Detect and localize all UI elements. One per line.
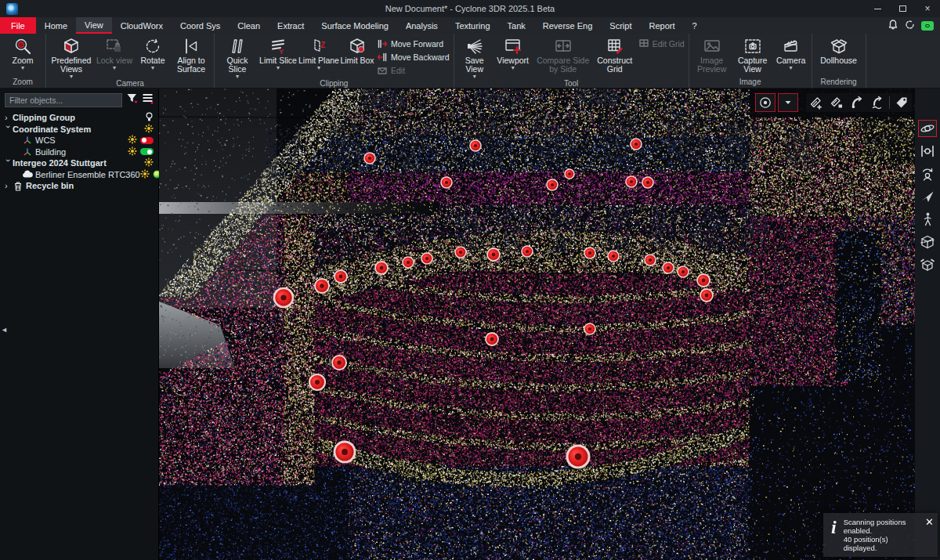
move-forward-button[interactable]: Move Forward <box>377 37 450 50</box>
chevron-down-icon: ▾ <box>512 65 515 70</box>
home-view-button[interactable] <box>918 256 937 273</box>
tab-analysis[interactable]: Analysis <box>397 17 446 34</box>
quick-slice-button[interactable]: Quick Slice ▾ <box>217 34 258 79</box>
chevron-expanded-icon[interactable]: › <box>5 159 13 167</box>
filter-objects-input[interactable] <box>5 93 122 107</box>
tree-item-label: Coordinate System <box>13 125 91 134</box>
camera-button[interactable]: Camera ▾ <box>773 34 809 70</box>
close-button[interactable]: × <box>915 0 940 17</box>
align-to-surface-button[interactable]: Align to Surface <box>171 34 212 74</box>
sun-visibility-icon[interactable] <box>144 124 154 135</box>
save-view-button[interactable]: Save View ▾ <box>457 34 493 79</box>
camera-clapper-icon <box>782 36 801 56</box>
sun-visibility-icon[interactable] <box>128 146 137 157</box>
constrained-orbit-button[interactable] <box>918 143 937 160</box>
sun-visibility-icon[interactable] <box>128 135 137 146</box>
tree-item-label: Recycle bin <box>26 181 74 190</box>
ribbon-group-image: Image Preview Capture View Camera ▾ Imag… <box>689 34 812 88</box>
object-tree: › Clipping Group › Coordinate System WCS <box>0 110 158 192</box>
point-cloud-canvas[interactable] <box>159 89 915 560</box>
limit-plane-button[interactable]: Z Limit Plane ▾ <box>298 34 339 70</box>
tag-label-icon[interactable] <box>891 93 912 112</box>
notification-close-icon[interactable]: ✕ <box>925 518 934 552</box>
measure-add-icon[interactable] <box>806 93 826 112</box>
tab-home[interactable]: Home <box>36 17 76 34</box>
tree-item-wcs[interactable]: WCS <box>0 135 158 146</box>
tree-item-intergeo-2024-stuttgart[interactable]: › Intergeo 2024 Stuttgart <box>0 157 158 169</box>
tab-reverse-eng[interactable]: Reverse Eng <box>534 17 602 34</box>
tree-item-berliner-ensemble-rtc360[interactable]: Berliner Ensemble RTC360 <box>0 169 158 181</box>
limit-slice-button[interactable]: Y Limit Slice ▾ <box>258 34 298 70</box>
dollhouse-label: Dollhouse <box>820 56 857 65</box>
rotate-icon <box>143 36 162 56</box>
rotate-button[interactable]: Rotate ▾ <box>135 34 171 70</box>
fly-mode-button[interactable] <box>918 188 937 205</box>
tab-clean[interactable]: Clean <box>229 17 269 34</box>
sync-status-icon[interactable] <box>905 19 915 33</box>
tab-file[interactable]: File <box>0 17 36 34</box>
chevron-down-icon: ▾ <box>317 65 320 70</box>
tab-view[interactable]: View <box>76 17 112 34</box>
3d-viewport[interactable]: i Scanning positions enabled. 40 positio… <box>159 89 940 560</box>
move-backward-button[interactable]: Move Backward <box>377 50 450 63</box>
capture-view-button[interactable]: Capture View <box>732 34 773 74</box>
chevron-down-icon: ▾ <box>790 65 793 70</box>
tab-script[interactable]: Script <box>601 17 640 34</box>
predefined-views-button[interactable]: Predefined Views ▾ <box>49 34 94 79</box>
section-box-button[interactable] <box>918 233 937 251</box>
tab-texturing[interactable]: Texturing <box>446 17 499 34</box>
tab-tank[interactable]: Tank <box>499 17 534 34</box>
sun-visibility-icon[interactable] <box>140 169 150 180</box>
edit-grid-label: Edit Grid <box>653 39 685 49</box>
chevron-right-icon[interactable]: › <box>5 182 13 190</box>
group-label-zoom: Zoom <box>2 78 43 88</box>
restore-button[interactable] <box>890 0 915 17</box>
ribbon-group-camera: Predefined Views ▾ Lock view ▾ Rotate ▾ <box>46 34 215 88</box>
save-view-icon <box>465 36 484 56</box>
chevron-right-icon[interactable]: › <box>5 114 13 121</box>
tab-cloudworx[interactable]: CloudWorx <box>112 17 172 34</box>
measure-curve-icon[interactable] <box>847 93 867 112</box>
predefined-views-icon <box>62 36 81 56</box>
notifications-bell-icon[interactable] <box>888 19 898 33</box>
tree-item-label: WCS <box>35 135 56 145</box>
construct-grid-button[interactable]: Construct Grid <box>593 34 637 74</box>
connection-badge-icon[interactable] <box>921 21 934 31</box>
tree-item-coordinate-system[interactable]: › Coordinate System <box>0 124 158 135</box>
tab-report[interactable]: Report <box>640 17 683 34</box>
orbit-mode-button[interactable] <box>918 120 937 137</box>
minimize-button[interactable] <box>865 0 890 17</box>
visibility-toggle-on[interactable] <box>140 148 154 155</box>
panel-collapse-arrow[interactable]: ◄ <box>1 326 8 334</box>
tab-extract[interactable]: Extract <box>269 17 313 34</box>
viewport-button[interactable]: Viewport ▾ <box>493 34 533 70</box>
limit-box-icon <box>348 36 367 56</box>
measure-tool-icon[interactable] <box>826 93 847 112</box>
scan-positions-dropdown-button[interactable] <box>778 93 798 112</box>
notification-toast: i Scanning positions enabled. 40 positio… <box>823 513 938 557</box>
walk-mode-button[interactable] <box>918 211 937 228</box>
axis-triad-icon <box>22 135 33 145</box>
tree-item-label: Intergeo 2024 Stuttgart <box>13 158 107 168</box>
edit-grid-button: Edit Grid <box>638 37 685 50</box>
tree-item-recycle-bin[interactable]: › Recycle bin <box>0 180 158 192</box>
sun-visibility-icon[interactable] <box>144 157 154 168</box>
tree-menu-icon[interactable] <box>142 92 154 107</box>
examine-mode-button[interactable] <box>918 165 937 182</box>
tree-item-building[interactable]: Building <box>0 146 158 158</box>
chevron-expanded-icon[interactable]: › <box>5 125 13 133</box>
chevron-down-icon: ▾ <box>21 65 24 70</box>
tab-help[interactable]: ? <box>684 17 706 34</box>
scan-positions-toggle-button[interactable] <box>755 93 776 112</box>
filter-icon[interactable] <box>126 92 138 107</box>
measure-freehand-icon[interactable] <box>867 93 888 112</box>
visibility-toggle-off[interactable] <box>140 137 154 144</box>
limit-box-button[interactable]: Limit Box <box>339 34 375 65</box>
dollhouse-icon <box>830 36 848 56</box>
lightbulb-icon[interactable] <box>145 112 154 124</box>
tab-coord-sys[interactable]: Coord Sys <box>172 17 229 34</box>
tree-item-clipping-group[interactable]: › Clipping Group <box>0 112 158 124</box>
zoom-button[interactable]: Zoom ▾ <box>2 34 43 70</box>
tab-surface-modeling[interactable]: Surface Modeling <box>313 17 397 34</box>
dollhouse-button[interactable]: Dollhouse <box>815 34 863 65</box>
